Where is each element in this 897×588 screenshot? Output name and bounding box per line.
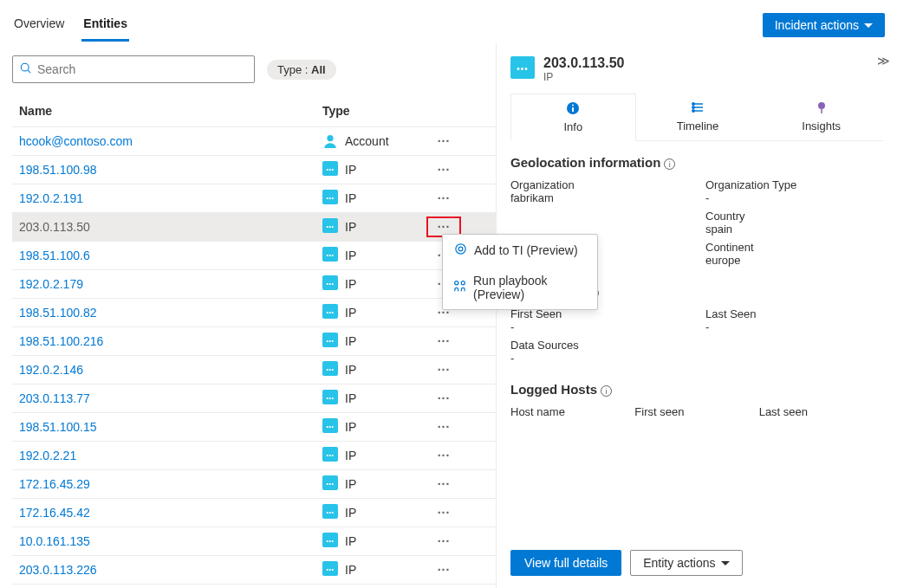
menu-run-playbook[interactable]: Run playbook (Preview) xyxy=(443,266,597,309)
svg-point-15 xyxy=(455,281,458,285)
tab-overview[interactable]: Overview xyxy=(12,10,66,42)
entity-type: IP xyxy=(322,334,426,348)
entity-name-link[interactable]: 198.51.100.6 xyxy=(19,249,322,262)
hosts-col-firstseen: First seen xyxy=(634,405,758,418)
svg-point-5 xyxy=(572,105,574,107)
table-row[interactable]: 192.0.2.146IP··· xyxy=(12,356,496,384)
incident-actions-label: Incident actions xyxy=(775,18,859,32)
entity-type: IP xyxy=(322,506,426,520)
row-actions-button[interactable]: ··· xyxy=(426,134,461,148)
entity-name-link[interactable]: hcook@contoso.com xyxy=(19,134,322,148)
entity-name-link[interactable]: 203.0.113.226 xyxy=(19,563,322,577)
table-row[interactable]: 203.0.113.50IP··· xyxy=(12,213,496,242)
table-row[interactable]: 198.51.100.82IP··· xyxy=(12,299,496,327)
entity-type: IP xyxy=(322,420,426,434)
hosts-col-hostname: Host name xyxy=(510,405,634,418)
orgtype-value: - xyxy=(705,191,883,204)
row-actions-button[interactable]: ··· xyxy=(426,363,461,377)
row-actions-button[interactable]: ··· xyxy=(426,477,461,491)
ip-icon xyxy=(322,364,338,376)
table-row[interactable]: 198.51.100.98IP··· xyxy=(12,156,496,184)
entity-name-link[interactable]: 192.0.2.21 xyxy=(19,449,322,462)
entity-actions-button[interactable]: Entity actions xyxy=(630,550,742,576)
table-row[interactable]: 198.51.100.6IP··· xyxy=(12,242,496,270)
row-actions-button[interactable]: ··· xyxy=(426,420,461,434)
table-row[interactable]: 10.0.161.135IP··· xyxy=(12,527,496,556)
ip-icon xyxy=(322,192,338,204)
ip-icon xyxy=(322,507,338,519)
ip-icon xyxy=(322,449,338,462)
entity-name-link[interactable]: 198.51.100.15 xyxy=(19,420,322,434)
lastseen-value: - xyxy=(705,320,883,333)
menu-label: Add to TI (Preview) xyxy=(474,243,578,257)
row-actions-button[interactable]: ··· xyxy=(426,163,461,177)
entity-type: IP xyxy=(322,220,426,234)
svg-point-13 xyxy=(455,244,465,254)
ip-icon xyxy=(322,249,338,262)
entity-name-link[interactable]: 172.16.45.42 xyxy=(19,506,322,520)
col-header-type[interactable]: Type xyxy=(322,104,426,118)
ip-icon xyxy=(322,221,338,233)
entity-name-link[interactable]: 198.51.100.82 xyxy=(19,306,322,320)
org-label: Organization xyxy=(510,178,688,191)
table-row[interactable]: 198.51.100.216IP··· xyxy=(12,327,496,356)
view-full-details-button[interactable]: View full details xyxy=(510,550,621,576)
entity-name-link[interactable]: 198.51.100.216 xyxy=(19,334,322,348)
entity-type: IP xyxy=(322,363,426,377)
entity-name-link[interactable]: 192.0.2.179 xyxy=(19,277,322,291)
entity-type: IP xyxy=(322,534,426,548)
table-row[interactable]: 172.16.45.29IP··· xyxy=(12,470,496,499)
menu-label: Run playbook (Preview) xyxy=(473,274,587,301)
ip-icon xyxy=(322,335,338,347)
table-row[interactable]: hcook@contoso.comAccount··· xyxy=(12,127,496,156)
table-row[interactable]: 192.0.2.179IP··· xyxy=(12,270,496,299)
info-circle-icon[interactable]: i xyxy=(664,158,675,170)
row-actions-button[interactable]: ··· xyxy=(426,563,461,577)
table-row[interactable]: 192.0.2.191IP··· xyxy=(12,184,496,213)
search-box[interactable] xyxy=(12,55,255,83)
svg-point-0 xyxy=(21,63,29,71)
svg-point-9 xyxy=(692,103,694,105)
row-actions-button[interactable]: ··· xyxy=(426,506,461,520)
row-actions-button[interactable]: ··· xyxy=(426,449,461,462)
entity-name-link[interactable]: 203.0.113.50 xyxy=(19,220,322,234)
entity-name-link[interactable]: 172.16.45.29 xyxy=(19,477,322,491)
search-input[interactable] xyxy=(32,62,247,76)
entity-name-link[interactable]: 198.51.100.98 xyxy=(19,163,322,177)
info-circle-icon[interactable]: i xyxy=(601,385,612,397)
row-actions-button[interactable]: ··· xyxy=(426,334,461,348)
row-actions-button[interactable]: ··· xyxy=(426,534,461,548)
ip-icon xyxy=(322,564,338,576)
table-row[interactable]: 172.16.45.42IP··· xyxy=(12,499,496,527)
entity-type: IP xyxy=(322,391,426,405)
sub-tab-timeline[interactable]: Timeline xyxy=(636,94,760,140)
entity-type: IP xyxy=(322,306,426,320)
row-actions-button[interactable]: ··· xyxy=(426,191,461,205)
table-header: Name Type xyxy=(12,95,496,127)
type-filter-pill[interactable]: Type : All xyxy=(267,60,336,80)
incident-actions-button[interactable]: Incident actions xyxy=(763,13,885,37)
table-row[interactable]: 203.0.113.226IP··· xyxy=(12,556,496,585)
ip-icon xyxy=(322,535,338,547)
table-row[interactable]: 198.51.100.15IP··· xyxy=(12,413,496,442)
hosts-col-lastseen: Last seen xyxy=(759,405,883,418)
ip-icon xyxy=(322,478,338,490)
entity-name-link[interactable]: 203.0.113.77 xyxy=(19,391,322,405)
entity-name-link[interactable]: 192.0.2.191 xyxy=(19,191,322,205)
collapse-panel-icon[interactable]: ≫ xyxy=(877,54,890,68)
svg-point-16 xyxy=(461,281,465,285)
sub-tab-insights[interactable]: Insights xyxy=(759,94,883,140)
table-row[interactable]: 192.0.2.21IP··· xyxy=(12,442,496,470)
sub-tab-info[interactable]: Info xyxy=(510,94,636,141)
table-row[interactable]: 203.0.113.77IP··· xyxy=(12,384,496,413)
menu-add-to-ti[interactable]: Add to TI (Preview) xyxy=(443,235,597,266)
col-header-name[interactable]: Name xyxy=(19,104,322,118)
tab-entities[interactable]: Entities xyxy=(81,10,129,42)
ip-icon xyxy=(322,164,338,176)
entity-name-link[interactable]: 192.0.2.146 xyxy=(19,363,322,377)
entity-name-link[interactable]: 10.0.161.135 xyxy=(19,534,322,548)
entities-table-body[interactable]: hcook@contoso.comAccount···198.51.100.98… xyxy=(12,127,496,588)
row-actions-button[interactable]: ··· xyxy=(426,391,461,405)
entity-title: 203.0.113.50 xyxy=(543,55,624,71)
svg-point-11 xyxy=(692,110,694,112)
